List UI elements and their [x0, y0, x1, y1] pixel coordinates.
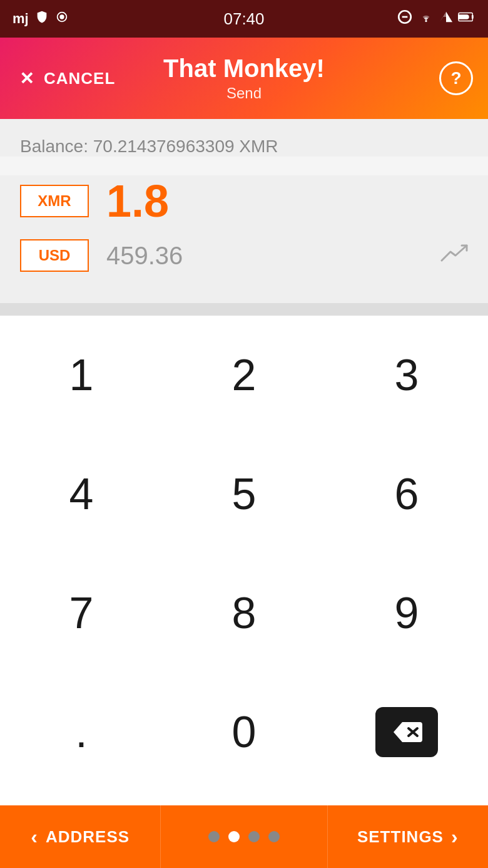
status-time: 07:40: [223, 9, 264, 29]
address-button[interactable]: ‹ ADDRESS: [0, 805, 161, 868]
close-icon: ✕: [15, 67, 38, 90]
question-icon: ?: [450, 68, 461, 88]
trend-icon: [440, 243, 468, 268]
nav-dot-0[interactable]: [208, 831, 220, 842]
status-left-icons: mj: [13, 10, 69, 28]
numpad-2-button[interactable]: 2: [163, 316, 325, 435]
wifi-icon: [418, 10, 434, 28]
balance-area: Balance: 70.214376963309 XMR: [0, 119, 488, 157]
nav-dots: [161, 831, 327, 842]
numpad-6-button[interactable]: 6: [325, 435, 488, 554]
usd-tag-button[interactable]: USD: [20, 239, 89, 272]
backspace-button[interactable]: [325, 673, 488, 792]
numpad-9-button[interactable]: 9: [325, 554, 488, 673]
right-arrow-icon: ›: [451, 825, 459, 849]
balance-display: Balance: 70.214376963309 XMR: [20, 137, 468, 157]
decimal-button[interactable]: .: [0, 673, 163, 792]
numpad-4-button[interactable]: 4: [0, 435, 163, 554]
svg-point-1: [60, 15, 64, 19]
status-bar: mj 07:40: [0, 0, 488, 38]
address-label: ADDRESS: [46, 827, 130, 847]
bottom-nav: ‹ ADDRESS SETTINGS ›: [0, 805, 488, 868]
svg-marker-5: [446, 12, 452, 23]
xmr-amount: 1.8: [106, 175, 169, 227]
toolbar-title: That Monkey!: [163, 54, 325, 82]
record-icon: [55, 10, 69, 28]
numpad: 123456789.0: [0, 316, 488, 792]
settings-label: SETTINGS: [357, 827, 444, 847]
balance-currency: XMR: [239, 137, 278, 156]
numpad-1-button[interactable]: 1: [0, 316, 163, 435]
usd-amount: 459.36: [106, 242, 440, 270]
shield-icon: [35, 10, 49, 28]
xmr-tag-button[interactable]: XMR: [20, 185, 89, 217]
numpad-5-button[interactable]: 5: [163, 435, 325, 554]
nav-dot-2[interactable]: [248, 831, 260, 842]
balance-amount: 70.214376963309: [93, 137, 235, 156]
numpad-container: 123456789.0: [0, 316, 488, 868]
currency-rows: XMR 1.8 USD 459.36: [0, 175, 488, 303]
signal-icon: [439, 10, 453, 28]
battery-icon: [458, 10, 475, 28]
backspace-icon: [375, 707, 438, 757]
svg-point-4: [425, 20, 427, 22]
left-arrow-icon: ‹: [31, 825, 38, 849]
status-right-icons: [397, 9, 475, 29]
cancel-label: CANCEL: [44, 69, 115, 88]
cancel-button[interactable]: ✕ CANCEL: [15, 67, 115, 90]
toolbar-center: That Monkey! Send: [163, 54, 325, 102]
status-app-icon: mj: [13, 11, 29, 27]
numpad-0-button[interactable]: 0: [163, 673, 325, 792]
nav-dot-3[interactable]: [268, 831, 280, 842]
toolbar-subtitle: Send: [163, 85, 325, 102]
help-button[interactable]: ?: [439, 61, 473, 95]
settings-button[interactable]: SETTINGS ›: [327, 805, 488, 868]
divider: [0, 303, 488, 316]
usd-row: USD 459.36: [20, 239, 468, 272]
toolbar: ✕ CANCEL That Monkey! Send ?: [0, 38, 488, 119]
balance-label: Balance:: [20, 137, 88, 156]
xmr-row: XMR 1.8: [20, 175, 468, 227]
nav-dot-1[interactable]: [228, 831, 240, 842]
numpad-3-button[interactable]: 3: [325, 316, 488, 435]
numpad-8-button[interactable]: 8: [163, 554, 325, 673]
numpad-7-button[interactable]: 7: [0, 554, 163, 673]
minus-icon: [397, 9, 413, 29]
